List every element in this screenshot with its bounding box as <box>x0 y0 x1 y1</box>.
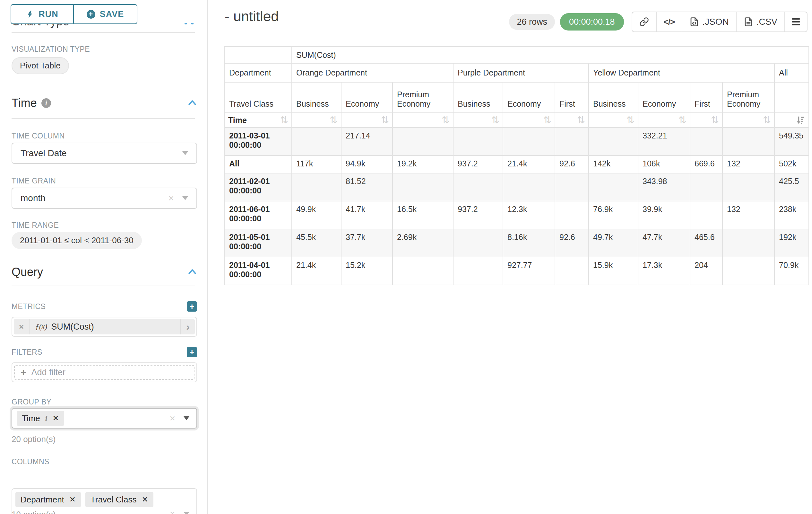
time-range-pill[interactable]: 2011-01-01 ≤ col < 2011-06-30 <box>11 232 142 249</box>
value-cell <box>393 128 453 156</box>
value-cell <box>690 201 722 229</box>
view-query-button[interactable]: </> <box>656 12 682 31</box>
sort-toggle-icon[interactable]: ⇅ <box>678 115 687 125</box>
time-column-select[interactable]: Travel Date <box>11 143 197 164</box>
sort-header-cell[interactable]: ⇅ <box>341 113 393 128</box>
sort-toggle-icon[interactable]: ⇅ <box>543 115 551 125</box>
column-group-header: All <box>775 63 809 82</box>
travel-class-column-header <box>775 82 809 113</box>
chevron-down-icon <box>182 151 188 155</box>
value-cell: 217.14 <box>341 128 393 156</box>
add-metric-button[interactable]: + <box>187 301 197 312</box>
selected-value-pill[interactable]: Travel Class✕ <box>85 492 153 507</box>
sort-header-cell[interactable]: ⇅ <box>722 113 775 128</box>
selected-value-pill[interactable]: Department✕ <box>16 492 81 507</box>
info-icon: i <box>41 98 51 108</box>
pill-label: Travel Class <box>90 495 137 505</box>
filters-control: + Add filter <box>11 362 197 382</box>
control-sidebar: Chart Type RUN + SAVE VISUALIZATION TYPE… <box>0 0 208 514</box>
add-filter-button[interactable]: + Add filter <box>14 365 195 380</box>
remove-pill-icon[interactable]: ✕ <box>142 495 148 504</box>
travel-class-column-header: Economy <box>341 82 393 113</box>
csv-file-icon <box>744 17 753 27</box>
value-cell: 45.5k <box>292 229 341 257</box>
run-button[interactable]: RUN <box>10 4 74 24</box>
chart-title[interactable]: - untitled <box>225 8 279 24</box>
panel-drag-handle[interactable] <box>184 23 194 24</box>
sort-toggle-icon[interactable]: ⇅ <box>381 115 389 125</box>
row-label-cell: 2011-06-01 00:00:00 <box>225 201 292 229</box>
value-cell: 21.4k <box>292 257 341 285</box>
sort-header-cell[interactable] <box>775 113 809 128</box>
pill-label: Time <box>22 413 40 424</box>
sort-toggle-icon[interactable]: ⇅ <box>491 115 499 125</box>
remove-pill-icon[interactable]: ✕ <box>52 414 59 423</box>
value-cell: 132 <box>722 201 775 229</box>
value-cell <box>589 128 638 156</box>
value-cell: 41.7k <box>341 201 393 229</box>
travel-class-column-header: Economy <box>503 82 555 113</box>
visualization-type-pill[interactable]: Pivot Table <box>11 57 69 74</box>
metric-pill[interactable]: × ƒ(x) SUM(Cost) › <box>14 319 195 334</box>
value-cell: 21.4k <box>503 156 555 173</box>
sort-toggle-icon[interactable]: ⇅ <box>711 115 719 125</box>
time-section-header: Time i <box>11 97 197 110</box>
run-button-label: RUN <box>38 9 58 19</box>
sort-toggle-icon[interactable]: ⇅ <box>280 115 288 125</box>
travel-class-column-header: Premium Economy <box>722 82 775 113</box>
remove-metric-icon[interactable]: × <box>14 319 30 334</box>
value-cell: 8.16k <box>503 229 555 257</box>
sort-header-cell[interactable]: ⇅ <box>589 113 638 128</box>
sort-header-cell[interactable]: ⇅ <box>638 113 690 128</box>
json-button-label: .JSON <box>702 17 729 27</box>
sort-header-cell[interactable]: ⇅ <box>555 113 589 128</box>
columns-option-count: 19 option(s) <box>11 510 197 514</box>
clear-icon[interactable]: × <box>168 193 174 203</box>
value-cell <box>503 173 555 201</box>
value-cell: 16.5k <box>393 201 453 229</box>
collapse-chevron-icon[interactable] <box>187 99 197 108</box>
collapse-chevron-icon[interactable] <box>187 268 197 277</box>
value-cell: 49.9k <box>292 201 341 229</box>
value-cell <box>393 173 453 201</box>
divider <box>11 286 195 286</box>
sort-descending-icon[interactable] <box>795 115 805 125</box>
sort-toggle-icon[interactable]: ⇅ <box>577 115 585 125</box>
sort-header-cell[interactable]: ⇅ <box>503 113 555 128</box>
value-cell: 669.6 <box>690 156 722 173</box>
time-section-title: Time <box>11 97 37 110</box>
group-by-select[interactable]: Timei✕ × <box>11 408 197 429</box>
table-row: 2011-03-01 00:00:00217.14332.21549.35 <box>225 128 809 156</box>
sort-toggle-icon[interactable]: ⇅ <box>763 115 771 125</box>
clear-icon[interactable]: × <box>170 413 175 423</box>
sort-toggle-icon[interactable]: ⇅ <box>627 115 635 125</box>
value-cell <box>453 128 503 156</box>
value-cell: 132 <box>722 156 775 173</box>
sort-header-cell[interactable]: ⇅ <box>690 113 722 128</box>
menu-button[interactable] <box>784 12 807 31</box>
sort-header-cell[interactable]: ⇅ <box>393 113 453 128</box>
action-button-bar: RUN + SAVE <box>0 0 207 24</box>
column-group-header: Yellow Department <box>589 63 775 82</box>
sort-toggle-icon[interactable]: ⇅ <box>442 115 450 125</box>
explore-view: Chart Type RUN + SAVE VISUALIZATION TYPE… <box>0 0 812 514</box>
time-grain-select[interactable]: month × <box>11 188 197 209</box>
sort-toggle-icon[interactable]: ⇅ <box>329 115 338 125</box>
travel-class-column-header: Premium Economy <box>393 82 453 113</box>
sort-header-cell[interactable]: ⇅ <box>292 113 341 128</box>
add-filter-plus-button[interactable]: + <box>187 347 197 357</box>
table-row: All117k94.9k19.2k937.221.4k92.6142k106k6… <box>225 156 809 173</box>
export-json-button[interactable]: .JSON <box>682 12 735 31</box>
export-csv-button[interactable]: .CSV <box>736 12 784 31</box>
chevron-right-icon[interactable]: › <box>180 319 195 334</box>
value-cell: 192k <box>775 229 809 257</box>
sort-header-cell[interactable]: ⇅ <box>453 113 503 128</box>
time-row-label: Time <box>228 116 247 125</box>
save-button[interactable]: + SAVE <box>73 4 137 24</box>
value-cell: 238k <box>775 201 809 229</box>
copy-link-button[interactable] <box>632 12 656 31</box>
selected-value-pill[interactable]: Timei✕ <box>17 411 64 426</box>
time-sort-header-cell[interactable]: Time ⇅ <box>225 113 292 128</box>
divider <box>11 32 195 33</box>
remove-pill-icon[interactable]: ✕ <box>69 495 76 504</box>
